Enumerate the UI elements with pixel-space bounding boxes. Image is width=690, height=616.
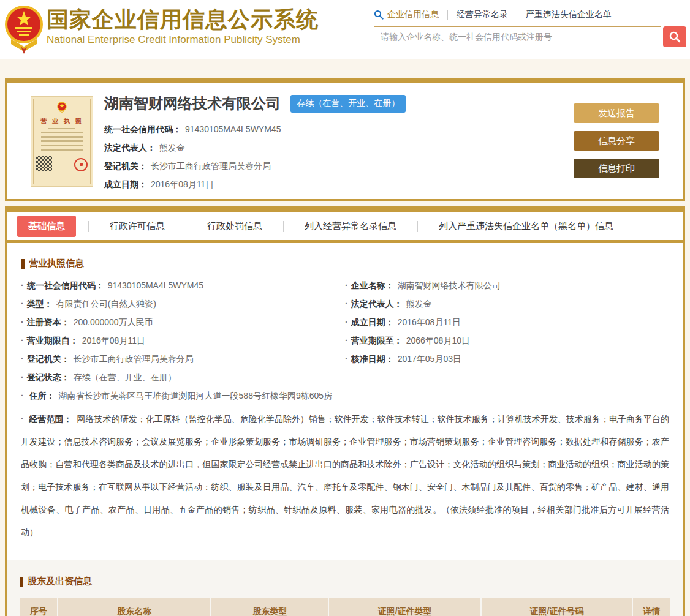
search-icon: [374, 10, 384, 20]
tab-administrative-penalty[interactable]: 行政处罚信息: [186, 220, 283, 232]
search-button[interactable]: [663, 26, 686, 47]
info-share-button[interactable]: 信息分享: [574, 131, 659, 151]
tab-basic-info[interactable]: 基础信息: [17, 216, 76, 237]
detail-card: 基础信息 行政许可信息 行政处罚信息 列入经营异常名录信息 列入严重违法失信企业…: [5, 206, 685, 616]
column-header-shareholder-type: 股东类型: [211, 598, 328, 616]
search-input[interactable]: [374, 26, 661, 47]
search-block: 企业信用信息 经营异常名录 严重违法失信企业名单: [374, 9, 686, 47]
site-title-chinese: 国家企业信用信息公示系统: [47, 6, 319, 33]
site-title-english: National Enterprise Credit Information P…: [47, 34, 319, 46]
summary-field-registration-authority: 登记机关：长沙市工商行政管理局芙蓉分局: [104, 161, 406, 171]
field-establishment-date: 成立日期：2016年08月11日: [345, 317, 669, 328]
field-business-scope: 经营范围：网络技术的研发；化工原料（监控化学品、危险化学品除外）销售；软件开发；…: [21, 408, 669, 544]
shareholders-section: 股东及出资信息 序号 股东名称 股东类型 证照/证件类型 证照/证件号码 详情: [7, 560, 683, 616]
field-term-to: 营业期限至：2066年08月10日: [345, 336, 669, 346]
site-header: 国家企业信用信息公示系统 National Enterprise Credit …: [0, 0, 690, 59]
company-name: 湖南智财网络技术有限公司: [104, 94, 281, 113]
column-header-certificate-type: 证照/证件类型: [328, 598, 480, 616]
license-decorative-line: [41, 136, 83, 138]
send-report-button[interactable]: 发送报告: [574, 103, 659, 123]
company-summary-card: 营 业 执 照 湖南智财网络技术有限公司 存续（在营、开业、在册） 统一社会信用…: [5, 78, 685, 201]
nav-link-abnormal-operations[interactable]: 经营异常名录: [448, 9, 517, 20]
license-decorative-line: [41, 140, 83, 142]
shareholders-table: 序号 股东名称 股东类型 证照/证件类型 证照/证件号码 详情 1 熊发金 自然…: [20, 598, 670, 616]
license-thumbnail-title: 营 业 执 照: [35, 117, 89, 126]
field-company-type: 类型：有限责任公司(自然人独资): [21, 299, 345, 309]
license-qr-code: [36, 156, 52, 171]
search-icon: [669, 31, 681, 43]
license-decorative-line: [41, 149, 83, 151]
field-address: 住所：湖南省长沙市芙蓉区马王堆街道浏阳河大道一段588号红橡华园9栋605房: [21, 391, 669, 401]
field-credit-code: 统一社会信用代码：91430105MA4L5WYM45: [21, 280, 345, 291]
field-legal-rep: 法定代表人：熊发金: [345, 299, 669, 309]
column-header-shareholder-name: 股东名称: [58, 598, 211, 616]
tab-administrative-license[interactable]: 行政许可信息: [89, 220, 186, 232]
field-term-from: 营业期限自：2016年08月11日: [21, 336, 345, 346]
nav-link-enterprise-credit[interactable]: 企业信用信息: [384, 9, 447, 20]
business-license-thumbnail[interactable]: 营 业 执 照: [31, 96, 93, 187]
field-registered-capital: 注册资本：200.000000万人民币: [21, 317, 345, 328]
info-print-button[interactable]: 信息打印: [574, 159, 659, 178]
license-red-seal: [74, 158, 88, 171]
tab-abnormal-operations-list[interactable]: 列入经营异常名录信息: [284, 220, 417, 232]
license-decorative-line: [48, 128, 75, 129]
nav-link-serious-violations[interactable]: 严重违法失信企业名单: [517, 9, 620, 20]
license-decorative-line: [41, 132, 83, 133]
section-title-shareholders: 股东及出资信息: [20, 576, 670, 587]
column-header-certificate-number: 证照/证件号码: [481, 598, 632, 616]
field-approval-date: 核准日期：2017年05月03日: [345, 354, 669, 364]
national-emblem-logo: [5, 4, 43, 54]
tab-serious-violations-blacklist[interactable]: 列入严重违法失信企业名单（黑名单）信息: [418, 220, 634, 232]
tab-bar: 基础信息 行政许可信息 行政处罚信息 列入经营异常名录信息 列入严重违法失信企业…: [7, 212, 683, 243]
column-header-index: 序号: [20, 598, 58, 616]
status-badge: 存续（在营、开业、在册）: [290, 95, 406, 113]
summary-field-legal-rep: 法定代表人：熊发金: [104, 143, 406, 153]
field-company-name: 企业名称：湖南智财网络技术有限公司: [345, 280, 669, 291]
license-decorative-line: [41, 145, 83, 146]
summary-field-establishment-date: 成立日期：2016年08月11日: [104, 179, 406, 190]
field-registration-authority: 登记机关：长沙市工商行政管理局芙蓉分局: [21, 354, 345, 364]
field-registration-status: 登记状态：存续（在营、开业、在册）: [21, 372, 345, 383]
table-header-row: 序号 股东名称 股东类型 证照/证件类型 证照/证件号码 详情: [20, 598, 670, 616]
license-emblem-icon: [57, 102, 67, 113]
section-title-business-license: 营业执照信息: [21, 258, 669, 269]
column-header-detail: 详情: [632, 598, 670, 616]
summary-field-credit-code: 统一社会信用代码：91430105MA4L5WYM45: [104, 124, 406, 135]
